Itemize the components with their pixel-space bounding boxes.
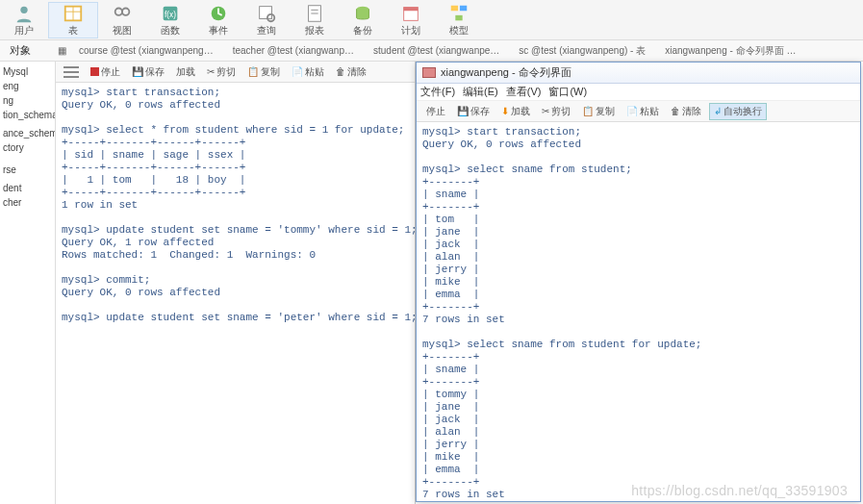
tab-course[interactable]: course @test (xiangwanpeng… xyxy=(70,42,222,59)
function-icon: f(x) xyxy=(160,3,181,24)
clear-button[interactable]: 🗑清除 xyxy=(667,104,705,119)
paste-icon: 📄 xyxy=(292,66,303,77)
sidebar-item[interactable]: eng xyxy=(0,79,55,93)
save-button[interactable]: 💾保存 xyxy=(453,104,494,119)
report-icon xyxy=(304,3,325,24)
sidebar-item[interactable]: ctory xyxy=(0,140,55,155)
left-console[interactable]: mysql> start transaction; Query OK, 0 ro… xyxy=(56,83,415,504)
stop-button[interactable]: 停止 xyxy=(420,104,449,119)
window-menubar: 文件(F) 编辑(E) 查看(V) 窗口(W) xyxy=(417,84,860,101)
clear-icon: 🗑 xyxy=(671,106,680,116)
watermark: https://blog.csdn.net/qq_33591903 xyxy=(631,483,848,498)
sidebar-item[interactable]: ng xyxy=(0,93,55,108)
toolbar-model[interactable]: 模型 xyxy=(435,3,483,38)
left-pane-toolbar: 停止 💾保存 加载 ✂剪切 📋复制 📄粘贴 🗑清除 xyxy=(56,62,415,83)
paste-button[interactable]: 📄粘贴 xyxy=(622,104,663,119)
copy-button[interactable]: 📋复制 xyxy=(243,64,284,80)
cut-button[interactable]: ✂剪切 xyxy=(203,64,240,80)
object-label: 对象 xyxy=(10,43,31,58)
tab-icon: ▦ xyxy=(58,45,66,56)
toolbar-backup[interactable]: 备份 xyxy=(339,3,387,38)
sidebar-item[interactable]: rse xyxy=(0,163,55,177)
load-icon: ⬇ xyxy=(501,106,509,116)
sidebar-item[interactable]: dent xyxy=(0,181,55,195)
save-icon: 💾 xyxy=(457,106,469,116)
tab-sc[interactable]: sc @test (xiangwanpeng) - 表 xyxy=(510,41,654,61)
paste-button[interactable]: 📄粘贴 xyxy=(288,64,328,80)
tab-student[interactable]: student @test (xiangwanpe… xyxy=(365,42,508,59)
svg-point-0 xyxy=(20,6,27,13)
svg-rect-19 xyxy=(455,14,462,20)
model-icon xyxy=(448,3,470,24)
backup-icon xyxy=(352,3,373,24)
query-icon xyxy=(256,3,277,24)
tab-bar: 对象 ▦ course @test (xiangwanpeng… teacher… xyxy=(0,40,863,62)
window-titlebar[interactable]: xiangwanpeng - 命令列界面 xyxy=(417,63,860,84)
sidebar-item[interactable]: ance_schema xyxy=(0,126,55,140)
svg-point-4 xyxy=(115,8,122,14)
menu-view[interactable]: 查看(V) xyxy=(506,85,542,99)
clear-icon: 🗑 xyxy=(336,66,345,77)
toolbar-schedule[interactable]: 计划 xyxy=(387,3,435,38)
table-icon xyxy=(63,3,84,24)
svg-rect-16 xyxy=(404,7,419,11)
menu-file[interactable]: 文件(F) xyxy=(420,85,455,99)
db-sidebar: Mysql eng ng tion_schema ance_schema cto… xyxy=(0,62,56,504)
event-icon xyxy=(208,3,229,24)
right-console-window: xiangwanpeng - 命令列界面 文件(F) 编辑(E) 查看(V) 窗… xyxy=(416,62,861,502)
right-console[interactable]: mysql> start transaction; Query OK, 0 ro… xyxy=(417,122,860,501)
copy-icon: 📋 xyxy=(582,106,594,116)
toolbar-view[interactable]: 视图 xyxy=(98,3,146,38)
main-toolbar: 用户 表 视图 f(x) 函数 事件 查询 报表 备份 计划 模型 xyxy=(0,0,863,40)
tab-teacher[interactable]: teacher @test (xiangwanp… xyxy=(224,42,363,59)
toolbar-query[interactable]: 查询 xyxy=(242,3,291,38)
hamburger-icon[interactable] xyxy=(63,66,79,78)
toolbar-table[interactable]: 表 xyxy=(48,2,98,38)
svg-rect-9 xyxy=(260,6,272,18)
svg-point-5 xyxy=(122,8,129,14)
load-button[interactable]: 加载 xyxy=(172,64,199,80)
view-icon xyxy=(112,3,133,24)
sidebar-item[interactable]: Mysql xyxy=(0,64,55,79)
window-title: xiangwanpeng - 命令列界面 xyxy=(441,65,571,80)
svg-rect-18 xyxy=(460,5,467,11)
schedule-icon xyxy=(400,3,421,24)
copy-button[interactable]: 📋复制 xyxy=(578,104,619,119)
sidebar-item[interactable]: cher xyxy=(0,195,55,210)
left-console-pane: 停止 💾保存 加载 ✂剪切 📋复制 📄粘贴 🗑清除 mysql> start t… xyxy=(56,62,416,504)
stop-icon xyxy=(90,67,99,76)
cut-icon: ✂ xyxy=(207,66,215,77)
cut-button[interactable]: ✂剪切 xyxy=(538,104,574,119)
save-icon: 💾 xyxy=(132,66,143,77)
paste-icon: 📄 xyxy=(626,106,638,116)
copy-icon: 📋 xyxy=(247,66,259,77)
menu-window[interactable]: 窗口(W) xyxy=(548,85,587,99)
load-button[interactable]: ⬇加载 xyxy=(497,104,534,119)
svg-rect-17 xyxy=(451,5,458,11)
save-button[interactable]: 💾保存 xyxy=(128,64,168,80)
menu-edit[interactable]: 编辑(E) xyxy=(463,85,498,99)
stop-button[interactable]: 停止 xyxy=(87,64,124,80)
toolbar-user[interactable]: 用户 xyxy=(0,3,48,38)
toolbar-report[interactable]: 报表 xyxy=(291,3,339,38)
window-icon xyxy=(422,67,436,78)
right-pane-toolbar: 停止 💾保存 ⬇加载 ✂剪切 📋复制 📄粘贴 🗑清除 ↲自动换行 xyxy=(417,101,860,122)
tab-cmdline[interactable]: xiangwanpeng - 命令列界面 … xyxy=(656,41,804,61)
wrap-icon: ↲ xyxy=(714,106,722,116)
user-icon xyxy=(13,3,35,24)
wrap-button[interactable]: ↲自动换行 xyxy=(709,103,767,120)
toolbar-event[interactable]: 事件 xyxy=(194,3,242,38)
clear-button[interactable]: 🗑清除 xyxy=(332,64,370,80)
cut-icon: ✂ xyxy=(542,106,549,116)
sidebar-item[interactable]: tion_schema xyxy=(0,108,55,122)
svg-text:f(x): f(x) xyxy=(165,10,176,18)
toolbar-function[interactable]: f(x) 函数 xyxy=(146,3,194,38)
